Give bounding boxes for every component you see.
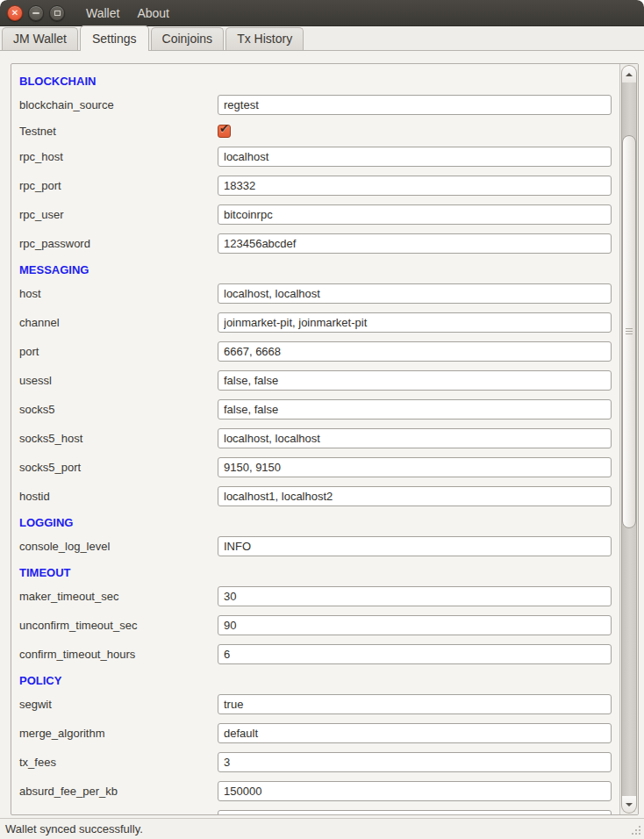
setting-row: rpc_password [19, 233, 612, 254]
menu-item-wallet[interactable]: Wallet [77, 3, 128, 24]
setting-row: merge_algorithm [19, 723, 612, 743]
field-input-absurd_fee_per_kb[interactable] [218, 781, 612, 801]
field-input-channel[interactable] [218, 312, 612, 333]
field-input-confirm_timeout_hours[interactable] [218, 644, 612, 664]
field-input-console_log_level[interactable] [218, 536, 612, 556]
section-row: LOGGING [19, 515, 612, 529]
section-row: BLOCKCHAIN [19, 74, 612, 88]
setting-row [19, 810, 612, 814]
resize-grip[interactable] [630, 825, 641, 836]
field-input-rpc_user[interactable] [218, 204, 612, 225]
field-label-socks5: socks5 [19, 403, 218, 416]
setting-row: Testnet✔ [19, 124, 612, 138]
setting-row: segwit [19, 694, 612, 714]
field-label-usessl: usessl [19, 374, 218, 387]
field-input-blockchain_source[interactable] [218, 95, 612, 115]
field-label-host: host [19, 287, 218, 300]
section-row: TIMEOUT [19, 565, 612, 579]
check-icon: ✔ [219, 122, 229, 135]
field-label-confirm_timeout_hours: confirm_timeout_hours [19, 648, 218, 661]
setting-row: rpc_host [19, 147, 612, 167]
field-input-rpc_password[interactable] [218, 233, 612, 254]
maximize-glyph [54, 11, 61, 16]
setting-row: rpc_port [19, 176, 612, 196]
settings-pane: BLOCKCHAINblockchain_sourceTestnet✔rpc_h… [0, 51, 644, 818]
field-label-segwit: segwit [19, 698, 218, 711]
field-input-socks5_port[interactable] [218, 457, 612, 477]
settings-scroll-area: BLOCKCHAINblockchain_sourceTestnet✔rpc_h… [11, 63, 639, 815]
setting-row: maker_timeout_sec [19, 586, 612, 606]
setting-row: socks5 [19, 399, 612, 420]
field-label-blockchain_source: blockchain_source [19, 98, 218, 111]
field-input-rpc_port[interactable] [218, 176, 612, 196]
field-label-channel: channel [19, 316, 218, 329]
setting-row: absurd_fee_per_kb [19, 781, 612, 801]
field-input-rpc_host[interactable] [218, 147, 612, 167]
section-header-blockchain: BLOCKCHAIN [19, 75, 96, 88]
app-window: ✕ WalletAbout JM WalletSettingsCoinjoins… [0, 0, 644, 839]
field-input-maker_timeout_sec[interactable] [218, 586, 612, 606]
testnet-checkbox[interactable]: ✔ [218, 125, 231, 138]
field-input-unconfirm_timeout_sec[interactable] [218, 615, 612, 635]
field-label-unconfirm_timeout_sec: unconfirm_timeout_sec [19, 619, 218, 632]
field-label-Testnet: Testnet [19, 125, 218, 138]
field-label-socks5_port: socks5_port [19, 461, 218, 474]
section-header-policy: POLICY [19, 674, 61, 687]
field-label-merge_algorithm: merge_algorithm [19, 727, 218, 740]
section-row: POLICY [19, 673, 612, 687]
field-input-socks5[interactable] [218, 399, 612, 420]
status-bar: Wallet synced successfully. [0, 818, 644, 839]
tab-coinjoins[interactable]: Coinjoins [151, 27, 225, 50]
field-label-hostid: hostid [19, 490, 218, 503]
setting-row: console_log_level [19, 536, 612, 556]
setting-row: socks5_port [19, 457, 612, 477]
scroll-up-button[interactable] [621, 65, 637, 82]
field-input-port[interactable] [218, 341, 612, 362]
vertical-scrollbar[interactable] [619, 64, 638, 814]
setting-row: channel [19, 312, 612, 333]
field-input-usessl[interactable] [218, 370, 612, 391]
tab-jm-wallet[interactable]: JM Wallet [2, 27, 78, 50]
setting-row: confirm_timeout_hours [19, 644, 612, 664]
setting-row: host [19, 283, 612, 304]
chevron-up-icon [626, 73, 633, 76]
tab-settings[interactable]: Settings [80, 25, 149, 51]
setting-row: port [19, 341, 612, 362]
field-label-rpc_password: rpc_password [19, 237, 218, 250]
scrollbar-track[interactable] [621, 82, 637, 796]
setting-row: tx_fees [19, 752, 612, 772]
setting-row: unconfirm_timeout_sec [19, 615, 612, 635]
section-header-messaging: MESSAGING [19, 263, 89, 276]
close-icon[interactable]: ✕ [7, 5, 23, 21]
minimize-glyph [32, 12, 39, 14]
minimize-icon[interactable] [28, 5, 44, 21]
menu-item-about[interactable]: About [128, 3, 178, 24]
field-input-hostid[interactable] [218, 486, 612, 506]
field-input-host[interactable] [218, 283, 612, 304]
field-label-maker_timeout_sec: maker_timeout_sec [19, 590, 218, 603]
section-header-timeout: TIMEOUT [19, 566, 71, 579]
scrollbar-thumb[interactable] [622, 135, 636, 528]
settings-form: BLOCKCHAINblockchain_sourceTestnet✔rpc_h… [11, 64, 619, 814]
maximize-icon[interactable] [49, 5, 65, 21]
grip-icon [626, 328, 633, 335]
section-row: MESSAGING [19, 262, 612, 276]
field-input-socks5_host[interactable] [218, 428, 612, 448]
setting-row: hostid [19, 486, 612, 506]
setting-row: blockchain_source [19, 95, 612, 115]
field-label-absurd_fee_per_kb: absurd_fee_per_kb [19, 785, 218, 798]
field-label-tx_fees: tx_fees [19, 756, 218, 769]
field-label-socks5_host: socks5_host [19, 432, 218, 445]
chevron-down-icon [626, 803, 633, 807]
titlebar: ✕ WalletAbout [0, 0, 644, 26]
tab-tx-history[interactable]: Tx History [225, 27, 304, 50]
scroll-down-button[interactable] [621, 796, 637, 814]
field-input-tx_fees[interactable] [218, 752, 612, 772]
field-input-merge_algorithm[interactable] [218, 723, 612, 743]
setting-row: usessl [19, 370, 612, 391]
field-label-rpc_host: rpc_host [19, 150, 218, 163]
status-message: Wallet synced successfully. [5, 822, 143, 835]
field-input-segwit[interactable] [218, 694, 612, 714]
setting-row: socks5_host [19, 428, 612, 448]
field-input-partial[interactable] [218, 810, 612, 814]
